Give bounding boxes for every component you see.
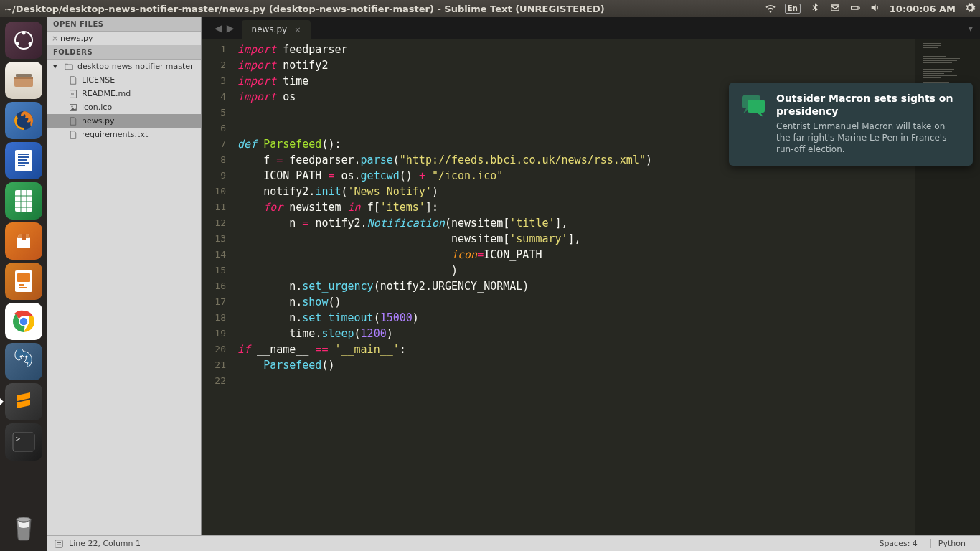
svg-rect-9 — [18, 154, 29, 155]
file-item[interactable]: icon.ico — [47, 100, 201, 114]
svg-rect-4 — [16, 74, 32, 77]
window-title: ~/Desktop/desktop-news-notifier-master/n… — [4, 4, 765, 14]
chevron-down-icon: ▾ — [53, 62, 59, 71]
folders-header: FOLDERS — [47, 45, 201, 60]
line-gutter: 12345678910111213141516171819202122 — [202, 39, 233, 535]
svg-rect-14 — [15, 190, 32, 212]
cursor-position: Line 22, Column 1 — [69, 539, 141, 548]
bluetooth-icon[interactable] — [809, 2, 821, 16]
tab-close-icon[interactable]: × — [294, 25, 301, 34]
svg-rect-38 — [57, 542, 61, 543]
launcher-software[interactable] — [5, 222, 42, 260]
gear-icon[interactable] — [964, 2, 976, 16]
launcher-firefox[interactable] — [5, 102, 42, 139]
file-item[interactable]: LICENSE — [47, 73, 201, 87]
tab-bar: ◀ ▶ news.py × ▾ — [202, 17, 980, 39]
tab-active[interactable]: news.py × — [242, 20, 311, 39]
syntax-setting[interactable]: Python — [930, 539, 973, 548]
wifi-icon[interactable] — [765, 2, 776, 16]
file-item[interactable]: news.py — [47, 114, 201, 128]
svg-text:M: M — [71, 93, 74, 96]
open-files-header: OPEN FILES — [47, 17, 201, 32]
launcher-trash[interactable] — [5, 508, 42, 545]
unity-launcher: >_ — [0, 17, 47, 551]
svg-point-29 — [26, 356, 28, 358]
svg-rect-13 — [18, 165, 25, 166]
notification-body: Centrist Emmanuel Macron will take on th… — [776, 121, 961, 156]
svg-point-3 — [29, 42, 32, 46]
svg-point-32 — [17, 517, 31, 522]
svg-rect-37 — [55, 540, 63, 548]
svg-rect-41 — [748, 100, 765, 113]
launcher-postgres[interactable] — [5, 343, 42, 380]
open-file-item[interactable]: news.py — [47, 32, 201, 45]
launcher-chrome[interactable] — [5, 303, 42, 340]
launcher-files[interactable] — [5, 62, 42, 99]
file-item[interactable]: requirements.txt — [47, 128, 201, 141]
folder-label: desktop-news-notifier-master — [77, 62, 194, 71]
mail-icon[interactable] — [829, 2, 841, 16]
svg-point-28 — [20, 356, 22, 358]
launcher-sublime[interactable] — [5, 383, 42, 420]
nav-back-icon[interactable]: ◀ — [215, 22, 222, 34]
svg-rect-12 — [18, 162, 29, 164]
launcher-calc[interactable] — [5, 182, 42, 220]
svg-text:>_: >_ — [16, 435, 25, 443]
indent-setting[interactable]: Spaces: 4 — [872, 539, 924, 548]
tab-nav: ◀ ▶ — [209, 19, 240, 37]
command-palette-icon[interactable] — [55, 539, 63, 548]
folder-root[interactable]: ▾ desktop-news-notifier-master — [47, 60, 201, 73]
svg-point-36 — [71, 105, 72, 107]
volume-icon[interactable] — [870, 2, 881, 16]
battery-icon[interactable] — [849, 2, 861, 16]
folder-icon — [65, 62, 73, 71]
svg-rect-6 — [14, 77, 33, 79]
tab-overflow-icon[interactable]: ▾ — [961, 20, 980, 37]
launcher-impress[interactable] — [5, 263, 42, 300]
notification-chat-icon — [740, 93, 766, 118]
svg-rect-10 — [18, 156, 29, 158]
clock[interactable]: 10:00:06 AM — [890, 4, 956, 14]
keyboard-lang-indicator[interactable]: En — [785, 4, 801, 14]
launcher-writer[interactable] — [5, 142, 42, 179]
svg-point-2 — [16, 42, 19, 46]
notification-title: Outsider Macron sets sights on presidenc… — [776, 93, 961, 118]
svg-rect-20 — [22, 234, 26, 240]
sidebar: OPEN FILES news.py FOLDERS ▾ desktop-new… — [47, 17, 202, 535]
svg-rect-39 — [57, 545, 61, 545]
desktop-notification[interactable]: Outsider Macron sets sights on presidenc… — [729, 83, 973, 166]
svg-rect-11 — [18, 159, 27, 161]
launcher-dash[interactable] — [5, 22, 42, 59]
svg-rect-24 — [19, 287, 27, 288]
svg-rect-23 — [19, 284, 24, 286]
svg-rect-22 — [17, 273, 30, 282]
status-bar: Line 22, Column 1 Spaces: 4 Python — [47, 535, 980, 551]
tab-label: news.py — [252, 24, 288, 34]
system-menubar: ~/Desktop/desktop-news-notifier-master/n… — [0, 0, 980, 17]
file-item[interactable]: MREADME.md — [47, 87, 201, 100]
nav-forward-icon[interactable]: ▶ — [227, 22, 235, 34]
svg-point-1 — [22, 32, 26, 35]
launcher-terminal[interactable]: >_ — [5, 423, 42, 461]
